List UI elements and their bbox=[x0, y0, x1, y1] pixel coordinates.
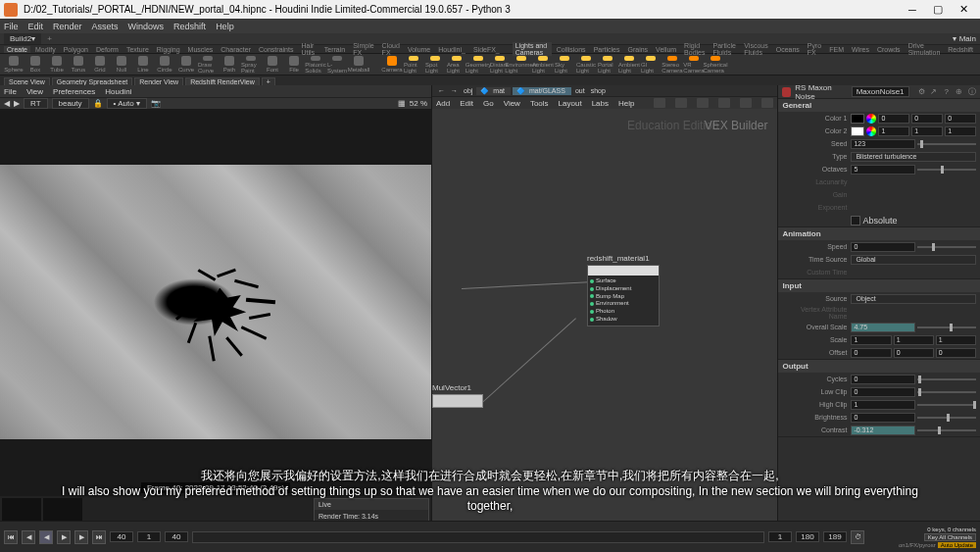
shelf-tool[interactable]: Point Light bbox=[404, 56, 423, 74]
net-toolbar-icon[interactable] bbox=[740, 98, 752, 108]
menu-edit[interactable]: Edit bbox=[28, 22, 44, 31]
parm-icon[interactable]: ⊕ bbox=[955, 87, 963, 97]
parm-input[interactable]: -0.312 bbox=[851, 426, 915, 435]
rv-rt-dropdown[interactable]: RT bbox=[24, 98, 48, 109]
shelf-tab[interactable]: Lights and Cameras bbox=[513, 42, 552, 56]
section-general[interactable]: General bbox=[778, 99, 980, 112]
rv-lock-icon[interactable]: 🔒 bbox=[93, 99, 103, 108]
shelf-tab[interactable]: FEM bbox=[826, 46, 847, 53]
pane-tab[interactable]: Geometry Spreadsheet bbox=[52, 77, 132, 85]
menu-assets[interactable]: Assets bbox=[92, 22, 119, 31]
nav-back-icon[interactable]: ← bbox=[436, 87, 447, 94]
section-input[interactable]: Input bbox=[778, 279, 980, 292]
parm-input[interactable]: 0 bbox=[851, 348, 891, 358]
net-toolbar-icon[interactable] bbox=[761, 98, 773, 108]
shelf-tab[interactable]: Oceans bbox=[773, 46, 803, 53]
shelf-tool[interactable]: Draw Curve bbox=[198, 56, 218, 74]
net-menu-edit[interactable]: Edit bbox=[460, 99, 473, 108]
net-toolbar-icon[interactable] bbox=[697, 98, 709, 108]
net-menu-view[interactable]: View bbox=[504, 99, 520, 108]
prev-frame-button[interactable]: ◀ bbox=[22, 530, 35, 544]
shelf-tool[interactable]: Grid bbox=[90, 56, 110, 74]
shelf-tab[interactable]: Pyro FX bbox=[805, 42, 824, 56]
shelf-tool[interactable]: Font bbox=[263, 56, 282, 74]
parm-input[interactable]: 5 bbox=[851, 165, 915, 175]
close-button[interactable]: ✕ bbox=[951, 1, 976, 19]
path-current[interactable]: 🔷 mat/GLASS bbox=[513, 87, 571, 95]
shelf-tab[interactable]: Redshift bbox=[945, 46, 976, 53]
shelf-tab[interactable]: Cloud FX bbox=[379, 42, 403, 56]
shelf-tab[interactable]: Houdini_ bbox=[435, 46, 468, 53]
shelf-tool[interactable]: Tube bbox=[47, 56, 67, 74]
shelf-tool[interactable]: Spherical Camera bbox=[706, 56, 725, 74]
first-frame-button[interactable]: ⏮ bbox=[4, 530, 18, 544]
nav-fwd-icon[interactable]: → bbox=[449, 87, 460, 94]
parm-input[interactable]: 123 bbox=[851, 139, 915, 149]
shelf-tab[interactable]: SideFX_ bbox=[470, 46, 503, 53]
rv-nav-back[interactable]: ◀ bbox=[4, 99, 10, 108]
shelf-tool[interactable]: L-System bbox=[327, 56, 347, 74]
main-dropdown[interactable]: ▾ Main bbox=[953, 34, 976, 43]
shelf-tab[interactable]: Muscles bbox=[185, 46, 217, 53]
shelf-tab[interactable]: Rigging bbox=[154, 46, 183, 53]
shelf-tool[interactable]: Geometry Light bbox=[468, 56, 488, 74]
parm-dropdown[interactable]: Blistered turbulence bbox=[851, 152, 976, 162]
parm-input[interactable]: 4.75 bbox=[851, 323, 915, 332]
shelf-tab[interactable]: Rigid Bodies bbox=[681, 42, 708, 56]
shelf-tool[interactable]: Sky Light bbox=[555, 56, 574, 74]
parm-slider[interactable] bbox=[917, 246, 976, 248]
shelf-tool[interactable]: Camera bbox=[382, 56, 402, 74]
parm-icon[interactable]: ? bbox=[942, 87, 951, 97]
color-picker-icon[interactable] bbox=[866, 114, 876, 124]
path-mat[interactable]: 🔷 mat bbox=[476, 87, 511, 95]
shelf-tool[interactable]: Curve bbox=[176, 56, 196, 74]
frame-field[interactable]: 40 bbox=[165, 531, 188, 542]
parm-input[interactable]: 0 bbox=[851, 413, 915, 423]
shelf-tab[interactable]: Collisions bbox=[554, 46, 589, 53]
color-picker-icon[interactable] bbox=[866, 126, 876, 136]
shelf-tab[interactable]: Wires bbox=[849, 46, 872, 53]
node-name-field[interactable]: MaxonNoise1 bbox=[852, 86, 909, 97]
parm-input[interactable]: 1 bbox=[911, 126, 943, 136]
path-out[interactable]: out bbox=[573, 87, 587, 94]
parm-input[interactable]: 0 bbox=[894, 348, 934, 358]
net-toolbar-icon[interactable] bbox=[654, 98, 665, 108]
parm-input[interactable]: 1 bbox=[878, 126, 909, 136]
parm-dropdown[interactable]: Object bbox=[851, 294, 976, 304]
parm-input[interactable]: 0 bbox=[911, 114, 943, 124]
parm-slider[interactable] bbox=[917, 429, 976, 431]
shelf-tool[interactable]: Environment Light bbox=[512, 56, 531, 74]
shelf-tab[interactable]: Particles bbox=[591, 46, 623, 53]
shelf-tab[interactable]: Create bbox=[4, 46, 30, 53]
range-field[interactable]: 189 bbox=[823, 531, 847, 542]
desktop-selector[interactable]: Build2 ▾ bbox=[4, 33, 41, 44]
node-mulvector[interactable]: MulVector1 bbox=[432, 383, 483, 408]
rv-menu-houdini[interactable]: Houdini bbox=[105, 87, 131, 96]
shelf-tool[interactable]: Box bbox=[25, 56, 45, 74]
current-frame-field[interactable]: 40 bbox=[110, 531, 133, 542]
shelf-tab[interactable]: Volume bbox=[405, 46, 433, 53]
shelf-tab[interactable]: Drive Simulation bbox=[906, 42, 944, 56]
timeline-track[interactable] bbox=[192, 531, 764, 543]
render-viewport[interactable]: Frame 40: 2022-09-17 13:52:42 (3.49s) bbox=[0, 109, 431, 495]
parm-slider[interactable] bbox=[917, 143, 976, 145]
shelf-tool[interactable]: Ambient Light bbox=[533, 56, 553, 74]
net-menu-labs[interactable]: Labs bbox=[592, 99, 609, 108]
range-field[interactable]: 1 bbox=[768, 531, 792, 542]
shelf-tab[interactable]: Modify bbox=[32, 46, 59, 53]
menu-render[interactable]: Render bbox=[53, 22, 82, 31]
shelf-tab[interactable]: Viscous Fluids bbox=[741, 42, 770, 56]
net-menu-tools[interactable]: Tools bbox=[530, 99, 549, 108]
minimize-button[interactable]: ─ bbox=[900, 1, 925, 19]
shelf-tool[interactable]: Circle bbox=[155, 56, 174, 74]
shelf-tool[interactable]: Sphere bbox=[4, 56, 24, 74]
path-shop[interactable]: shop bbox=[589, 87, 608, 94]
parm-slider[interactable] bbox=[917, 378, 976, 380]
shelf-tool[interactable]: Torus bbox=[69, 56, 88, 74]
auto-update-button[interactable]: Auto Update bbox=[938, 542, 976, 548]
rv-zoom-field[interactable]: 52 % bbox=[410, 99, 427, 108]
range-field[interactable]: 180 bbox=[796, 531, 819, 542]
net-menu-help[interactable]: Help bbox=[618, 99, 634, 108]
shelf-tool[interactable]: Metaball bbox=[349, 56, 368, 74]
pane-tab[interactable]: Scene View bbox=[4, 77, 50, 85]
